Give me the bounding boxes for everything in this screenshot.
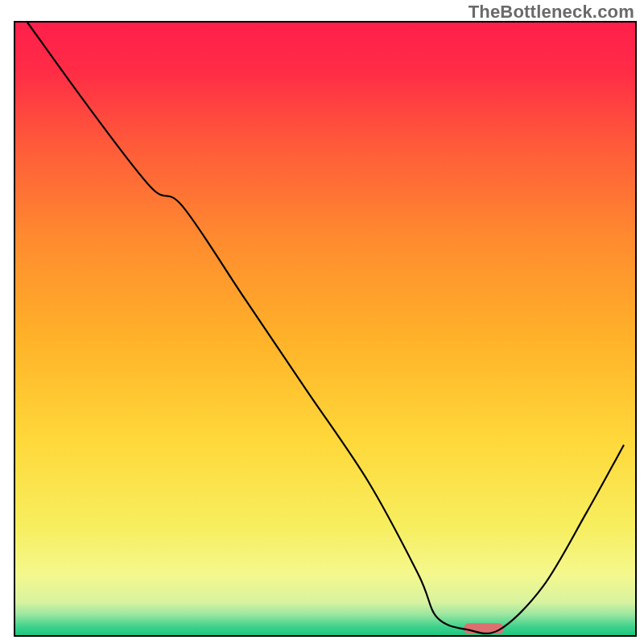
bottleneck-chart [0,0,644,644]
plot-gradient-fill [14,22,636,636]
optimal-marker [464,623,504,634]
watermark-text: TheBottleneck.com [469,2,634,23]
chart-stage: TheBottleneck.com [0,0,644,644]
